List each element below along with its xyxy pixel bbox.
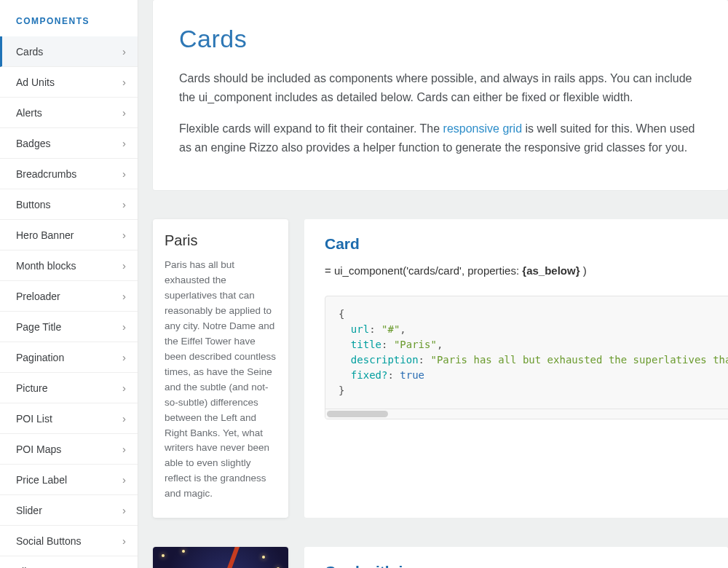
sidebar-item-label: Hero Banner (16, 229, 74, 241)
main-content: Cards Cards should be included as compon… (138, 0, 728, 568)
sidebar-item-label: Breadcrumbs (16, 168, 76, 180)
card-preview-image[interactable] (153, 547, 288, 568)
sidebar-item-hero-banner[interactable]: Hero Banner› (0, 220, 138, 251)
sidebar-item-buttons[interactable]: Buttons› (0, 189, 138, 220)
page-title: Cards (179, 25, 702, 53)
scrollbar-thumb[interactable] (327, 411, 388, 417)
chevron-right-icon: › (122, 535, 126, 547)
chevron-right-icon: › (122, 106, 126, 119)
component-call: = ui_component('cards/card', properties:… (325, 264, 728, 277)
code-panel-card: Card = ui_component('cards/card', proper… (304, 219, 728, 518)
chevron-right-icon: › (122, 229, 126, 241)
sidebar-item-social-buttons[interactable]: Social Buttons› (0, 526, 138, 556)
card-description: Paris has all but exhausted the superlat… (165, 258, 277, 502)
sidebar-item-picture[interactable]: Picture› (0, 373, 138, 403)
sidebar: COMPONENTS Cards › Ad Units› Alerts› Bad… (0, 0, 138, 568)
chevron-right-icon: › (122, 259, 126, 272)
sidebar-item-poi-maps[interactable]: POI Maps› (0, 434, 138, 465)
sidebar-item-price-label[interactable]: Price Label› (0, 465, 138, 495)
chevron-right-icon: › (122, 290, 126, 302)
section-title: Card (325, 235, 728, 253)
sidebar-item-label: POI Maps (16, 443, 61, 455)
sidebar-title: COMPONENTS (0, 10, 138, 36)
card-image-moulin-rouge (153, 547, 288, 568)
sidebar-item-label: Preloader (16, 291, 60, 302)
chevron-right-icon: › (122, 76, 126, 88)
chevron-right-icon: › (122, 198, 126, 210)
code-panel-card-image: Card with image = ui_component('cards/ca… (304, 547, 728, 568)
chevron-right-icon: › (122, 443, 126, 455)
sidebar-item-label: Pagination (16, 352, 64, 363)
example-row-card: Paris Paris has all but exhausted the su… (153, 219, 728, 518)
sidebar-item-label: Tiles (16, 566, 37, 569)
sidebar-item-label: Price Label (16, 474, 67, 486)
card-title: Paris (165, 232, 277, 249)
chevron-right-icon: › (122, 412, 126, 425)
sidebar-item-tiles[interactable]: Tiles› (0, 556, 138, 568)
sidebar-item-slider[interactable]: Slider› (0, 495, 138, 526)
sidebar-item-ad-units[interactable]: Ad Units› (0, 67, 138, 98)
chevron-right-icon: › (122, 45, 126, 58)
horizontal-scrollbar[interactable] (325, 409, 728, 419)
sidebar-item-label: Alerts (16, 107, 42, 119)
chevron-right-icon: › (122, 167, 126, 180)
sidebar-item-pagination[interactable]: Pagination› (0, 342, 138, 373)
chevron-right-icon: › (122, 504, 126, 516)
intro-paragraph-2: Flexible cards will expand to fit their … (179, 119, 702, 157)
sidebar-item-preloader[interactable]: Preloader› (0, 281, 138, 312)
sidebar-item-label: Cards (16, 46, 43, 58)
example-row-card-image: Card with image = ui_component('cards/ca… (153, 547, 728, 568)
header-panel: Cards Cards should be included as compon… (153, 0, 728, 190)
sidebar-item-badges[interactable]: Badges› (0, 128, 138, 159)
sidebar-item-label: Social Buttons (16, 535, 82, 547)
card-preview-paris[interactable]: Paris Paris has all but exhausted the su… (153, 219, 288, 518)
chevron-right-icon: › (122, 351, 126, 363)
chevron-right-icon: › (122, 320, 126, 333)
sidebar-item-label: Slider (16, 505, 42, 516)
sidebar-item-label: Month blocks (16, 260, 76, 272)
sidebar-item-alerts[interactable]: Alerts› (0, 98, 138, 128)
sidebar-item-month-blocks[interactable]: Month blocks› (0, 251, 138, 281)
chevron-right-icon: › (122, 473, 126, 486)
sidebar-item-label: Ad Units (16, 76, 55, 88)
sidebar-item-label: Picture (16, 382, 48, 394)
chevron-right-icon: › (122, 565, 126, 568)
sidebar-item-cards[interactable]: Cards › (0, 36, 138, 67)
code-block[interactable]: { url: "#", title: "Paris", description:… (325, 296, 728, 419)
sidebar-item-breadcrumbs[interactable]: Breadcrumbs› (0, 159, 138, 189)
section-title: Card with image (325, 563, 708, 568)
responsive-grid-link[interactable]: responsive grid (443, 122, 523, 135)
sidebar-item-label: Page Title (16, 321, 61, 333)
sidebar-item-label: POI List (16, 413, 52, 425)
sidebar-item-page-title[interactable]: Page Title› (0, 312, 138, 342)
sidebar-item-poi-list[interactable]: POI List› (0, 403, 138, 434)
sidebar-item-label: Buttons (16, 199, 50, 210)
chevron-right-icon: › (122, 382, 126, 394)
sidebar-item-label: Badges (16, 138, 50, 149)
chevron-right-icon: › (122, 137, 126, 149)
intro-paragraph-1: Cards should be included as components w… (179, 69, 702, 106)
